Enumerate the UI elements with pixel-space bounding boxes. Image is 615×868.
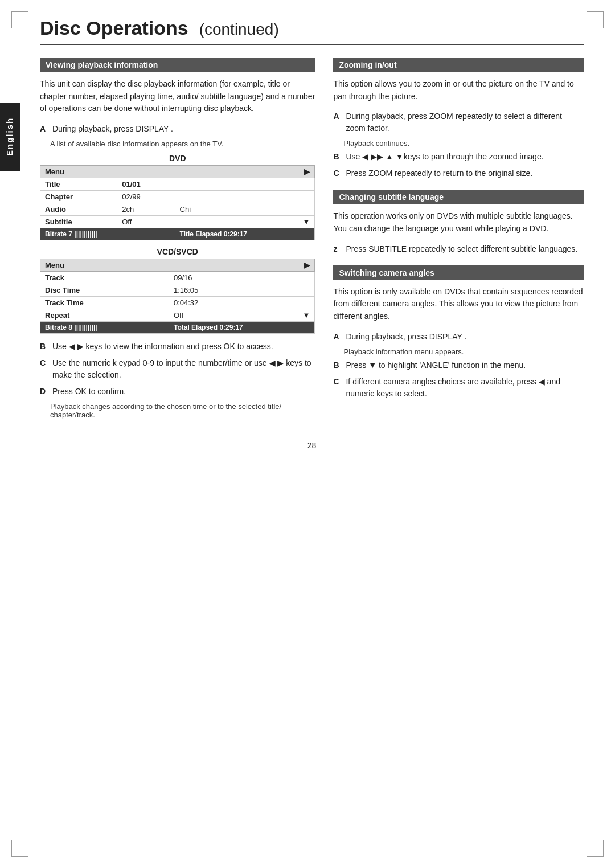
- vcd-row-track: Track 09/16: [40, 272, 315, 284]
- dvd-footer-elapsed: Title Elapsed 0:29:17: [175, 228, 315, 240]
- camera-angles-section: Switching camera angles This option is o…: [333, 265, 584, 400]
- dvd-table: Menu ▶ Title 01/01: [40, 165, 315, 240]
- vcd-tracktime-arrow: [298, 297, 315, 309]
- vcd-header-arrow: ▶: [298, 259, 315, 272]
- vcd-tracktime-label: Track Time: [40, 297, 169, 309]
- zoom-step-c-text: Press ZOOM repeatedly to return to the o…: [346, 167, 532, 179]
- language-tab: English: [0, 103, 20, 171]
- dvd-header-menu: Menu: [40, 166, 117, 178]
- step-letter-b: B: [40, 341, 49, 353]
- vcd-row-disctime: Disc Time 1:16:05: [40, 284, 315, 297]
- camera-step-a-text: During playback, press DISPLAY .: [346, 331, 466, 343]
- dvd-subtitle-value: Off: [117, 216, 175, 228]
- vcd-row-repeat: Repeat Off ▼: [40, 309, 315, 322]
- camera-step-c: C If different camera angles choices are…: [333, 376, 584, 400]
- vcd-repeat-arrow: ▼: [298, 309, 315, 322]
- zoom-step-letter-a: A: [333, 110, 342, 134]
- title-main: Disc Operations: [40, 17, 188, 39]
- vcd-footer-row: Bitrate 8 |||||||||||| Total Elapsed 0:2…: [40, 322, 315, 334]
- zoom-step-b-text: Use ◀ ▶▶ ▲ ▼keys to pan through the zoom…: [346, 151, 543, 163]
- vcd-header-menu: Menu: [40, 259, 169, 272]
- vcd-disctime-label: Disc Time: [40, 284, 169, 297]
- dvd-subtitle-col3: [175, 216, 298, 228]
- dvd-audio-label: Audio: [40, 203, 117, 216]
- step-b: B Use ◀ ▶ keys to view the information a…: [40, 341, 315, 353]
- page-number: 28: [40, 441, 584, 450]
- vcd-footer-bitrate: Bitrate 8 ||||||||||||: [40, 322, 169, 334]
- dvd-title-col3: [175, 178, 298, 191]
- dvd-subtitle-label: Subtitle: [40, 216, 117, 228]
- vcd-track-value: 09/16: [169, 272, 298, 284]
- dvd-label: DVD: [40, 154, 315, 163]
- zooming-body: This option allows you to zoom in or out…: [333, 78, 584, 103]
- step-d-sub: Playback changes according to the chosen…: [50, 402, 315, 419]
- dvd-subtitle-arrow: ▼: [298, 216, 315, 228]
- dvd-footer-bitrate: Bitrate 7 ||||||||||||: [40, 228, 175, 240]
- corner-mark-br: [587, 840, 604, 857]
- title-sub: (continued): [199, 21, 279, 38]
- vcd-track-label: Track: [40, 272, 169, 284]
- step-d-text: Press OK to confirm.: [52, 386, 126, 398]
- dvd-row-chapter: Chapter 02/99: [40, 191, 315, 203]
- step-b-text: Use ◀ ▶ keys to view the information and…: [52, 341, 273, 353]
- vcd-label: VCD/SVCD: [40, 247, 315, 256]
- zoom-step-a: A During playback, press ZOOM repeatedly…: [333, 110, 584, 134]
- dvd-audio-arrow: [298, 203, 315, 216]
- subtitle-step-letter-z: z: [333, 243, 342, 255]
- vcd-header-col2: [169, 259, 298, 272]
- subtitle-step-z-text: Press SUBTITLE repeatedly to select diff…: [346, 243, 577, 255]
- step-d: D Press OK to confirm.: [40, 386, 315, 398]
- vcd-disctime-value: 1:16:05: [169, 284, 298, 297]
- zoom-step-a-text: During playback, press ZOOM repeatedly t…: [346, 110, 584, 134]
- subtitle-section: Changing subtitle language This operatio…: [333, 190, 584, 255]
- zoom-step-a-sub: Playback continues.: [343, 139, 584, 148]
- camera-step-c-text: If different camera angles choices are a…: [346, 376, 584, 400]
- dvd-row-title: Title 01/01: [40, 178, 315, 191]
- viewing-playback-body: This unit can display the disc playback …: [40, 78, 315, 115]
- dvd-chapter-label: Chapter: [40, 191, 117, 203]
- camera-step-b-text: Press ▼ to highlight 'ANGLE' function in…: [346, 359, 526, 371]
- vcd-footer-elapsed: Total Elapsed 0:29:17: [169, 322, 315, 334]
- step-a1-text: During playback, press DISPLAY .: [52, 123, 173, 135]
- dvd-row-subtitle: Subtitle Off ▼: [40, 216, 315, 228]
- step-letter-c: C: [40, 357, 49, 381]
- dvd-chapter-value: 02/99: [117, 191, 175, 203]
- zooming-header: Zooming in/out: [333, 58, 584, 72]
- camera-step-a-sub: Playback information menu appears.: [343, 347, 584, 356]
- dvd-footer-row: Bitrate 7 |||||||||||| Title Elapsed 0:2…: [40, 228, 315, 240]
- vcd-track-arrow: [298, 272, 315, 284]
- camera-step-b: B Press ▼ to highlight 'ANGLE' function …: [333, 359, 584, 371]
- step-letter-d: D: [40, 386, 49, 398]
- vcd-tracktime-value: 0:04:32: [169, 297, 298, 309]
- step-c-text: Use the numeric k eypad 0-9 to input the…: [52, 357, 315, 381]
- corner-mark-bl: [11, 840, 28, 857]
- dvd-chapter-col3: [175, 191, 298, 203]
- zoom-step-letter-c: C: [333, 167, 342, 179]
- camera-step-letter-a: A: [333, 331, 342, 343]
- dvd-audio-chi: Chi: [175, 203, 298, 216]
- subtitle-header: Changing subtitle language: [333, 190, 584, 204]
- corner-mark-tr: [587, 11, 604, 28]
- camera-step-letter-c: C: [333, 376, 342, 400]
- vcd-repeat-value: Off: [169, 309, 298, 322]
- vcd-row-tracktime: Track Time 0:04:32: [40, 297, 315, 309]
- step-a1-sub: A list of available disc information app…: [50, 140, 315, 148]
- subtitle-body: This operation works only on DVDs with m…: [333, 210, 584, 235]
- dvd-header-col2: [117, 166, 175, 178]
- step-c: C Use the numeric k eypad 0-9 to input t…: [40, 357, 315, 381]
- zooming-section: Zooming in/out This option allows you to…: [333, 58, 584, 179]
- camera-angles-body: This option is only available on DVDs th…: [333, 286, 584, 323]
- dvd-audio-value: 2ch: [117, 203, 175, 216]
- vcd-disctime-arrow: [298, 284, 315, 297]
- viewing-playback-section: Viewing playback information This unit c…: [40, 58, 315, 419]
- dvd-title-arrow: [298, 178, 315, 191]
- corner-mark-tl: [11, 11, 28, 28]
- page-title: Disc Operations (continued): [40, 17, 584, 45]
- camera-angles-header: Switching camera angles: [333, 265, 584, 280]
- dvd-title-label: Title: [40, 178, 117, 191]
- step-letter-a1: A: [40, 123, 49, 135]
- vcd-repeat-label: Repeat: [40, 309, 169, 322]
- dvd-title-value: 01/01: [117, 178, 175, 191]
- zoom-step-letter-b: B: [333, 151, 342, 163]
- step-a-display: A During playback, press DISPLAY .: [40, 123, 315, 135]
